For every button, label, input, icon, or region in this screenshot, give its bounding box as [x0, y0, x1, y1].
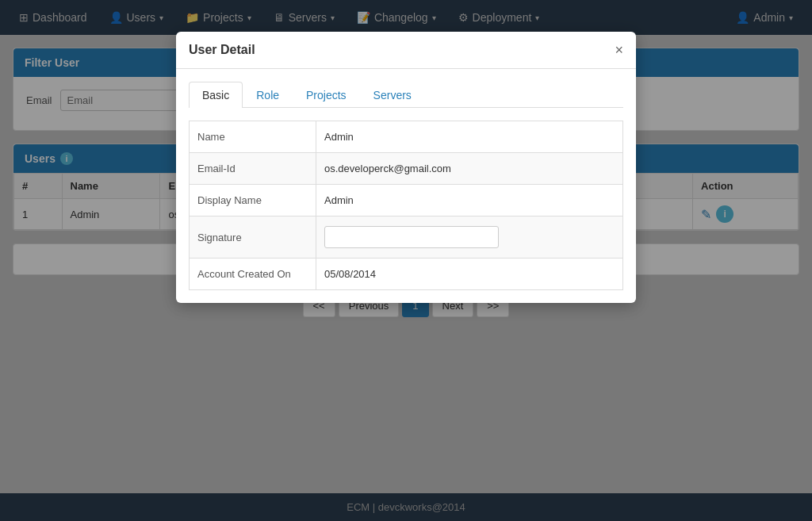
signature-input[interactable]	[324, 226, 499, 248]
field-label: Display Name	[190, 185, 316, 216]
detail-row: Signature	[190, 216, 623, 259]
field-label: Name	[190, 121, 316, 153]
field-label: Account Created On	[190, 259, 316, 290]
detail-row: NameAdmin	[190, 121, 623, 153]
modal-body: BasicRoleProjectsServers NameAdminEmail-…	[176, 69, 636, 303]
modal-overlay[interactable]: User Detail × BasicRoleProjectsServers N…	[0, 0, 812, 521]
field-value: os.developerck@gmail.com	[316, 153, 623, 185]
field-label: Signature	[190, 216, 316, 259]
user-detail-modal: User Detail × BasicRoleProjectsServers N…	[176, 32, 636, 303]
field-label: Email-Id	[190, 153, 316, 185]
modal-title: User Detail	[189, 43, 255, 57]
field-value: Admin	[316, 121, 623, 153]
tab-role[interactable]: Role	[243, 82, 293, 108]
tab-servers[interactable]: Servers	[360, 82, 425, 108]
modal-tabs: BasicRoleProjectsServers	[189, 82, 623, 108]
detail-row: Display NameAdmin	[190, 185, 623, 216]
detail-row: Account Created On05/08/2014	[190, 259, 623, 290]
field-value: Admin	[316, 185, 623, 216]
detail-row: Email-Idos.developerck@gmail.com	[190, 153, 623, 185]
tab-basic[interactable]: Basic	[189, 82, 243, 108]
field-value: 05/08/2014	[316, 259, 623, 290]
tab-projects[interactable]: Projects	[293, 82, 360, 108]
modal-close-button[interactable]: ×	[615, 43, 623, 57]
detail-table: NameAdminEmail-Idos.developerck@gmail.co…	[189, 121, 623, 290]
field-value-signature	[316, 216, 623, 259]
modal-header: User Detail ×	[176, 32, 636, 69]
